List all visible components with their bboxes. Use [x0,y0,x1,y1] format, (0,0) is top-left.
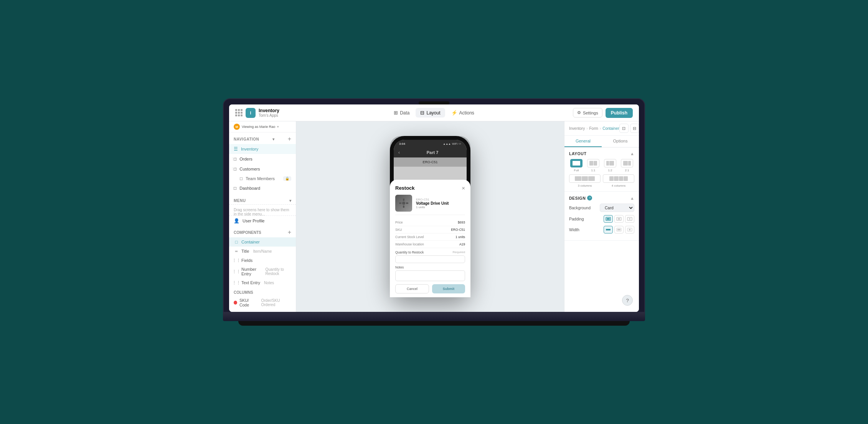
sidebar-item-user-profile[interactable]: 👤 User Profile [229,216,296,226]
column-date-time[interactable]: Current date/time Order/Date & time [229,309,296,312]
lock-badge: 🔒 [283,176,291,181]
help-button[interactable]: ? [622,295,633,306]
panel-top-row: Inventory › Form › Container ⊡ ⊟ [564,121,639,136]
data-icon: ⊞ [394,110,398,116]
add-component-button[interactable]: + [288,229,291,236]
component-text-entry[interactable]: ⋮⋮ Text Entry Notes [229,278,296,287]
add-nav-item-button[interactable]: + [288,136,291,142]
svg-rect-10 [629,219,630,220]
modal-header: Restock × [395,185,465,191]
layout-2-1[interactable]: 2:1 [620,159,634,172]
laptop-notch [419,101,449,104]
layout-1-1[interactable]: 1:1 [586,159,601,172]
gear-icon: ⚙ [577,110,581,115]
layout-preview-2-1 [621,159,633,167]
modal-title: Restock [395,185,415,191]
dashboard-icon: □ [234,186,236,191]
svg-rect-2 [403,205,404,208]
laptop-screen: I Inventory Tom's Apps ⊞ Data ⊟ [229,104,639,312]
cancel-button[interactable]: Cancel [395,284,429,293]
sidebar-item-team-members[interactable]: □ Team Members 🔒 [229,174,296,183]
sidebar-item-dashboard[interactable]: □ Dashboard [229,183,296,193]
width-full-button[interactable] [604,226,613,234]
tab-actions[interactable]: ⚡ Actions [447,108,479,118]
qty-input[interactable] [395,255,465,263]
panel-tab-options[interactable]: Options [602,136,639,147]
product-info: ERO-C51 Voltage Drive Unit 1 units [416,198,449,209]
field-price: Price $693 [395,219,465,226]
panel-action-icons: ⊡ ⊟ [619,124,639,133]
panel-tab-general[interactable]: General [564,136,602,147]
app-subtitle: Tom's Apps [259,113,279,118]
required-badge: Required [453,250,465,254]
right-panel: Inventory › Form › Container ⊡ ⊟ [564,121,639,312]
svg-rect-6 [607,218,610,220]
background-select[interactable]: Card None Filled [600,204,634,212]
app-logo-area: I Inventory Tom's Apps [235,108,304,118]
chevron-down-icon: ▾ [272,137,275,141]
settings-button[interactable]: ⚙ Settings [573,108,602,118]
nav-section-header: NAVIGATION ▾ + [229,132,296,144]
layout-preview-3-col [569,174,601,183]
layout-3-col[interactable]: 3 columns [569,174,601,187]
sidebar-item-orders[interactable]: ⋮⋮ □ Orders [229,154,296,164]
team-icon: □ [240,176,243,181]
design-collapse-button[interactable]: ▲ [630,196,634,200]
component-fields[interactable]: ⋮⋮ Fields [229,256,296,265]
tab-layout[interactable]: ⊟ Layout [416,108,445,118]
width-narrow-button[interactable] [625,226,634,234]
sidebar-item-customers[interactable]: ⋮⋮ □ Customers [229,164,296,174]
container-icon: □ [234,239,239,245]
sidebar-item-inventory[interactable]: ☰ Inventory [229,144,296,154]
padding-small-button[interactable] [604,215,613,223]
phone-content: Restock × [394,167,467,293]
breadcrumb: Inventory › Form › Container [569,126,619,131]
product-img-inner [395,195,412,212]
layout-1-2[interactable]: 1:2 [603,159,617,172]
qty-label-row: Quantity to Restock Required [395,250,465,254]
modal-close-button[interactable]: × [462,185,465,191]
layout-grid-2: 3 columns 4 columns [569,174,634,187]
padding-medium-button[interactable] [614,215,624,223]
laptop-shell: I Inventory Tom's Apps ⊞ Data ⊟ [223,98,645,326]
product-sku: ERO-C51 [416,198,449,201]
component-number-entry[interactable]: ⋮⋮ Number Entry Quantity to Restock [229,265,296,278]
layout-section: LAYOUT ▲ Full [564,147,639,192]
svg-rect-3 [399,202,401,204]
copy-icon-button[interactable]: ⊡ [619,124,629,133]
tab-data[interactable]: ⊞ Data [389,108,414,118]
design-section-header: DESIGN ? ▲ [569,195,634,200]
columns-section-header: COLUMNS [229,287,296,296]
grid-menu-icon[interactable] [235,109,243,116]
layout-preview-full [570,159,583,167]
app-name-area: Inventory Tom's Apps [259,108,279,118]
width-medium-button[interactable] [614,226,624,234]
layout-collapse-button[interactable]: ▲ [630,151,634,156]
user-icon: 👤 [234,218,239,224]
submit-button[interactable]: Submit [432,284,465,293]
svg-rect-8 [618,218,620,220]
padding-large-button[interactable] [625,215,634,223]
top-bar: I Inventory Tom's Apps ⊞ Data ⊟ [229,104,639,121]
layout-4-col[interactable]: 4 columns [603,174,634,187]
design-section: DESIGN ? ▲ Background Card None [564,192,639,241]
column-sku-code[interactable]: SKU/ Code Order/SKU Ordered [229,296,296,309]
component-title[interactable]: ═ Title Item/Name [229,247,296,256]
layout-full[interactable]: Full [569,159,584,172]
modal-product-row: ERO-C51 Voltage Drive Unit 1 units [395,195,465,215]
column-dot-red [234,301,237,305]
publish-button[interactable]: Publish [606,108,633,118]
phone-screen: 3:04 ▲▲▲ WiFi ▭ ‹ [394,140,467,293]
form-input-section: Quantity to Restock Required Notes [395,248,465,293]
phone-modal-overlay: Restock × [394,167,467,293]
notes-input[interactable] [395,270,465,281]
app-container: I Inventory Tom's Apps ⊞ Data ⊟ [229,104,639,312]
laptop-foot [238,321,630,326]
drag-handle-icon: ⋮⋮ [231,157,238,161]
panel-tabs: General Options [564,136,639,147]
chevron-down-icon: ▾ [277,125,279,129]
component-container[interactable]: □ Container [229,237,296,247]
layout-icon: ⊟ [420,110,424,116]
delete-icon-button[interactable]: ⊟ [630,124,639,133]
svg-rect-13 [617,229,620,230]
